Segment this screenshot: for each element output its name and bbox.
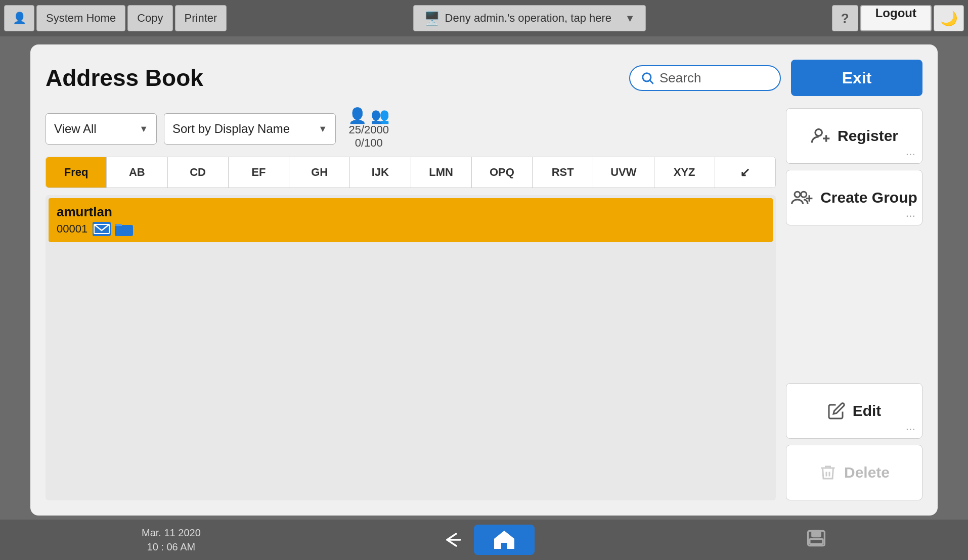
view-all-label: View All <box>54 122 97 136</box>
register-dots: ··· <box>906 150 916 159</box>
entry-sub: 00001 <box>57 222 765 236</box>
delete-icon <box>819 463 837 482</box>
bottom-bar: Mar. 11 2020 10 : 06 AM <box>0 520 968 560</box>
back-button[interactable] <box>433 525 474 555</box>
alpha-tab-ef[interactable]: EF <box>229 157 289 188</box>
alpha-tab-xyz[interactable]: XYZ <box>654 157 715 188</box>
sort-arrow-icon: ▼ <box>318 124 327 134</box>
sort-dropdown[interactable]: Sort by Display Name ▼ <box>164 113 336 145</box>
logout-button[interactable]: Logout <box>860 5 932 31</box>
create-group-icon <box>791 188 813 208</box>
home-icon <box>492 529 516 551</box>
person-icon: 👤 <box>348 107 367 124</box>
alpha-tab-gh[interactable]: GH <box>289 157 350 188</box>
register-button[interactable]: Register ··· <box>786 108 922 164</box>
page-title: Address Book <box>46 64 629 91</box>
count-individual: 25/2000 <box>348 123 389 136</box>
exit-button[interactable]: Exit <box>791 60 922 96</box>
alpha-tab-opq[interactable]: OPQ <box>472 157 533 188</box>
user-icon-btn[interactable]: 👤 <box>4 5 34 31</box>
svg-point-0 <box>643 73 651 81</box>
alpha-tabs: FreqABCDEFGHIJKLMNOPQRSTUVWXYZ↙ <box>46 157 776 188</box>
email-icon <box>93 222 111 236</box>
create-group-dots: ··· <box>906 212 916 221</box>
create-group-label: Create Group <box>820 189 917 206</box>
bottom-datetime: Mar. 11 2020 10 : 06 AM <box>142 526 201 554</box>
moon-icon: 🌙 <box>940 10 958 27</box>
printer-label: Printer <box>185 12 217 25</box>
right-panel: Register ··· Create Group ··· <box>786 108 922 500</box>
search-icon <box>640 71 654 85</box>
create-group-button[interactable]: Create Group ··· <box>786 170 922 225</box>
entry-icons <box>93 222 133 236</box>
home-button[interactable] <box>474 525 535 555</box>
bottom-center <box>433 525 535 555</box>
folder-icon <box>115 222 133 236</box>
delete-button[interactable]: Delete <box>786 445 922 500</box>
svg-line-1 <box>650 80 653 83</box>
deny-icon: 🖥️ <box>424 11 440 26</box>
svg-point-8 <box>815 129 822 136</box>
system-home-label: System Home <box>46 12 116 25</box>
header-row: Address Book Search Exit <box>46 60 922 96</box>
help-button[interactable]: ? <box>832 5 858 31</box>
sort-label: Sort by Display Name <box>172 122 290 136</box>
list-item[interactable]: amurtlan 00001 <box>49 198 773 242</box>
copy-button[interactable]: Copy <box>127 5 172 31</box>
top-bar: 👤 System Home Copy Printer 🖥️ Deny admin… <box>0 0 968 36</box>
copy-label: Copy <box>137 12 163 25</box>
alpha-tab-freq[interactable]: Freq <box>46 157 107 188</box>
alpha-tab-rst[interactable]: RST <box>533 157 593 188</box>
alpha-tab-lmn[interactable]: LMN <box>411 157 472 188</box>
filter-row: View All ▼ Sort by Display Name ▼ 👤 👥 25… <box>46 108 776 150</box>
alpha-tab-ijk[interactable]: IJK <box>350 157 411 188</box>
alpha-tab-[interactable]: ↙ <box>715 157 775 188</box>
datetime-line1: Mar. 11 2020 <box>142 527 201 538</box>
back-icon <box>441 530 466 550</box>
alpha-tab-ab[interactable]: AB <box>107 157 167 188</box>
view-all-arrow-icon: ▼ <box>139 124 148 134</box>
svg-point-11 <box>795 192 800 197</box>
delete-label: Delete <box>844 464 890 481</box>
entry-list: amurtlan 00001 <box>46 195 776 500</box>
main-panel: Address Book Search Exit View All ▼ Sort… <box>30 44 938 516</box>
edit-label: Edit <box>853 402 882 419</box>
deny-dropdown-icon: ▼ <box>625 13 635 24</box>
register-label: Register <box>838 127 898 145</box>
logout-label: Logout <box>875 6 916 20</box>
alpha-tab-uvw[interactable]: UVW <box>593 157 654 188</box>
exit-label: Exit <box>842 69 872 87</box>
search-placeholder: Search <box>659 70 701 86</box>
entry-name: amurtlan <box>57 204 765 220</box>
deny-label: Deny admin.'s operation, tap here <box>445 12 612 25</box>
svg-rect-16 <box>812 531 820 536</box>
search-button[interactable]: Search <box>629 65 781 91</box>
view-all-dropdown[interactable]: View All ▼ <box>46 113 157 145</box>
deny-button[interactable]: 🖥️ Deny admin.'s operation, tap here ▼ <box>413 5 646 31</box>
save-icon <box>806 529 826 547</box>
count-icons: 👤 👥 <box>348 108 389 123</box>
edit-icon <box>827 402 846 420</box>
topbar-center: 🖥️ Deny admin.'s operation, tap here ▼ <box>229 5 829 31</box>
edit-dots: ··· <box>906 425 916 434</box>
system-home-button[interactable]: System Home <box>36 5 125 31</box>
save-status-icon <box>806 529 826 551</box>
alpha-tab-cd[interactable]: CD <box>168 157 229 188</box>
left-panel: View All ▼ Sort by Display Name ▼ 👤 👥 25… <box>46 108 776 500</box>
svg-rect-17 <box>810 539 823 544</box>
help-label: ? <box>841 11 849 26</box>
edit-button[interactable]: Edit ··· <box>786 383 922 439</box>
svg-rect-7 <box>115 226 133 235</box>
user-icon: 👤 <box>13 12 26 25</box>
entry-code: 00001 <box>57 222 87 236</box>
count-group: 0/100 <box>355 136 383 150</box>
count-section: 👤 👥 25/2000 0/100 <box>348 108 389 150</box>
datetime-line2: 10 : 06 AM <box>147 541 196 552</box>
moon-button[interactable]: 🌙 <box>934 5 964 31</box>
content-area: View All ▼ Sort by Display Name ▼ 👤 👥 25… <box>46 108 922 500</box>
spacer <box>786 231 922 377</box>
svg-point-12 <box>801 192 807 197</box>
register-icon <box>810 126 830 146</box>
group-icon: 👥 <box>371 107 389 124</box>
printer-button[interactable]: Printer <box>175 5 227 31</box>
